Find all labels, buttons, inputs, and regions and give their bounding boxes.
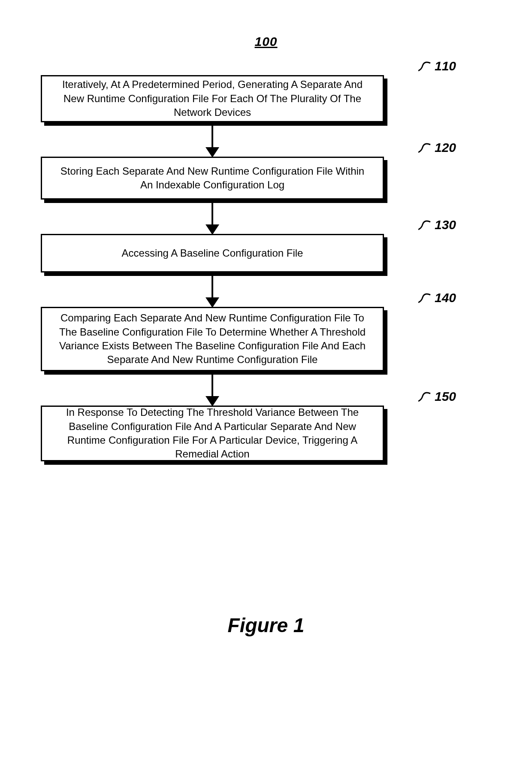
step-text: Accessing A Baseline Configuration File [122, 246, 303, 260]
figure-caption: Figure 1 [0, 614, 532, 637]
arrow-line [212, 203, 213, 225]
box-shadow [384, 310, 387, 375]
step-box-120: Storing Each Separate And New Runtime Co… [41, 157, 384, 200]
box-shadow [44, 200, 387, 203]
arrowhead-icon [206, 224, 219, 235]
ref-hook-icon [418, 392, 431, 404]
step-ref-140: 140 [435, 291, 456, 305]
box-shadow [44, 371, 387, 375]
figure-number: 100 [0, 34, 532, 49]
box-shadow [384, 409, 387, 465]
step-ref-130: 130 [435, 218, 456, 232]
ref-hook-icon [418, 61, 431, 73]
arrowhead-icon [206, 396, 219, 406]
step-ref-150: 150 [435, 389, 456, 404]
step-text: Storing Each Separate And New Runtime Co… [55, 164, 370, 192]
step-ref-120: 120 [435, 140, 456, 155]
step-box-140: Comparing Each Separate And New Runtime … [41, 307, 384, 371]
ref-hook-icon [418, 220, 431, 232]
box-shadow [384, 237, 387, 276]
step-ref-110: 110 [435, 59, 456, 73]
arrow-line [212, 375, 213, 397]
step-text: In Response To Detecting The Threshold V… [55, 406, 370, 461]
step-box-150: In Response To Detecting The Threshold V… [41, 406, 384, 461]
page: 100 110Iteratively, At A Predetermined P… [0, 0, 532, 757]
flow-arrow [41, 126, 384, 157]
box-shadow [44, 273, 387, 276]
arrow-line [212, 126, 213, 148]
flow-arrow [41, 375, 384, 406]
step-text: Iteratively, At A Predetermined Period, … [55, 78, 370, 119]
ref-hook-icon [418, 143, 431, 155]
box-shadow [44, 461, 387, 465]
ref-hook-icon [418, 293, 431, 305]
step-text: Comparing Each Separate And New Runtime … [55, 311, 370, 367]
step-box-130: Accessing A Baseline Configuration File [41, 234, 384, 273]
box-shadow [44, 122, 387, 126]
step-box-110: Iteratively, At A Predetermined Period, … [41, 75, 384, 122]
box-shadow [384, 160, 387, 203]
arrow-line [212, 276, 213, 298]
flow-arrow [41, 203, 384, 234]
flow-arrow [41, 276, 384, 307]
box-shadow [384, 79, 387, 126]
arrowhead-icon [206, 147, 219, 157]
arrowhead-icon [206, 297, 219, 308]
